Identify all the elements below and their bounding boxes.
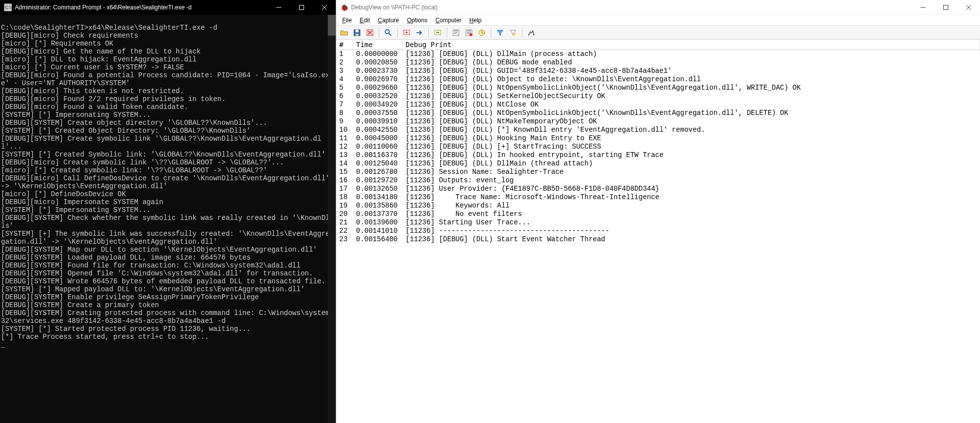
row-print: [11236] [DEBUG] (DLL) DllMain (process a… [403,50,980,58]
minimize-button[interactable] [267,0,290,15]
table-row[interactable]: 70.00034920[11236] [DEBUG] (DLL) NtClose… [336,101,980,109]
row-print: [11236] [DEBUG] (DLL) [+] StartTracing: … [403,143,980,151]
row-print: [11236] [DEBUG] (DLL) Start Event Watche… [403,235,980,244]
open-icon[interactable] [338,27,350,38]
find-icon[interactable] [382,27,394,38]
table-row[interactable]: 20.00020850[11236] [DEBUG] (DLL) DEBUG m… [336,58,980,67]
svg-point-16 [528,34,530,35]
row-time: 0.00116370 [353,151,403,159]
table-row[interactable]: 210.00139600[11236] Starting User Trace.… [336,218,980,227]
row-number: 23 [336,235,353,244]
row-print: [11236] Outputs: event_log [403,176,980,185]
table-row[interactable]: 140.00125040[11236] [DEBUG] (DLL) DllMai… [336,159,980,168]
table-row[interactable]: 40.00026970[11236] [DEBUG] (DLL) Object … [336,75,980,84]
row-number: 10 [336,126,353,134]
menu-computer[interactable]: Computer [431,16,465,25]
row-print: [11236] [DEBUG] (DLL) Object to delete: … [403,75,980,84]
row-number: 20 [336,210,353,218]
close-button[interactable] [313,0,336,15]
time-format-icon[interactable] [476,27,488,38]
row-time: 0.00126780 [353,168,403,176]
table-row[interactable]: 170.00132650[11236] User Provider: {F4E1… [336,185,980,193]
save-icon[interactable] [351,27,363,38]
table-row[interactable]: 90.00039910[11236] [DEBUG] (DLL) NtMakeT… [336,117,980,126]
table-row[interactable]: 60.00032520[11236] [DEBUG] (DLL) SetKern… [336,92,980,101]
row-number: 16 [336,176,353,185]
row-print: [11236] Trace Name: Microsoft-Windows-Th… [403,193,980,202]
row-number: 19 [336,202,353,210]
svg-point-13 [469,33,472,36]
highlight-icon[interactable] [507,27,519,38]
cmd-scrollbar[interactable] [328,15,336,423]
row-print: [11236] Session Name: Sealighter-Trace [403,168,980,176]
row-time: 0.00141010 [353,227,403,235]
table-row[interactable]: 220.00141010[11236] --------------------… [336,227,980,235]
toolbar-separator [397,28,398,38]
row-number: 6 [336,92,353,101]
row-number: 14 [336,159,353,168]
row-time: 0.00000000 [353,50,403,58]
menu-edit[interactable]: Edit [356,16,374,25]
col-header-print[interactable]: Debug Print [403,40,980,50]
table-row[interactable]: 10.00000000[11236] [DEBUG] (DLL) DllMain… [336,50,980,58]
history-icon[interactable] [525,27,537,38]
table-row[interactable]: 160.00129720[11236] Outputs: event_log [336,176,980,185]
menu-help[interactable]: Help [465,16,486,25]
dv-toolbar [336,26,980,40]
capture-win32-icon[interactable] [401,27,413,38]
row-time: 0.00037550 [353,109,403,117]
row-number: 7 [336,101,353,109]
row-print: [11236] [DEBUG] (DLL) SetKernelObjectSec… [403,92,980,101]
passthrough-icon[interactable] [413,27,425,38]
row-number: 12 [336,143,353,151]
close-button[interactable] [957,0,980,15]
autoscroll-icon[interactable] [450,27,462,38]
row-number: 21 [336,218,353,227]
row-time: 0.00039910 [353,117,403,126]
cmd-titlebar[interactable]: C:\ Administrator: Command Prompt - x64\… [0,0,336,15]
dv-list[interactable]: # Time Debug Print 10.00000000[11236] [D… [336,40,980,423]
table-row[interactable]: 120.00110060[11236] [DEBUG] (DLL) [+] St… [336,143,980,151]
dv-list-header[interactable]: # Time Debug Print [336,40,980,50]
cmd-title: Administrator: Command Prompt - x64\Rele… [15,4,267,11]
table-row[interactable]: 190.00135860[11236] Keywords: All [336,202,980,210]
row-time: 0.00137370 [353,210,403,218]
row-print: [11236] [DEBUG] (DLL) NtClose OK [403,101,980,109]
minimize-button[interactable] [912,0,934,15]
row-number: 18 [336,193,353,202]
maximize-button[interactable] [290,0,313,15]
svg-rect-1 [944,5,948,9]
cmd-output: C:\code\SealighterTI>x64\Release\Sealigh… [0,15,336,350]
maximize-button[interactable] [934,0,957,15]
table-row[interactable]: 110.00045000[11236] [DEBUG] (DLL) Hookin… [336,134,980,143]
table-row[interactable]: 230.00156400[11236] [DEBUG] (DLL) Start … [336,235,980,244]
capture-kernel-icon[interactable] [432,27,444,38]
table-row[interactable]: 200.00137370[11236] No event filters [336,210,980,218]
table-row[interactable]: 100.00042550[11236] [DEBUG] (DLL) [*] Kn… [336,126,980,134]
clear-icon[interactable] [364,27,376,38]
menu-capture[interactable]: Capture [374,16,403,25]
table-row[interactable]: 150.00126780[11236] Session Name: Sealig… [336,168,980,176]
dv-titlebar[interactable]: 🐞 DebugView on \\PATH-PC (local) [336,0,980,15]
table-row[interactable]: 180.00134180[11236] Trace Name: Microsof… [336,193,980,202]
row-time: 0.00132650 [353,185,403,193]
row-time: 0.00029660 [353,84,403,92]
row-number: 4 [336,75,353,84]
table-row[interactable]: 50.00029660[11236] [DEBUG] (DLL) NtOpenS… [336,84,980,92]
filter-icon[interactable] [494,27,506,38]
col-header-number[interactable]: # [336,40,353,50]
dv-rows: 10.00000000[11236] [DEBUG] (DLL) DllMain… [336,50,980,244]
toolbar-separator [447,28,447,38]
table-row[interactable]: 80.00037550[11236] [DEBUG] (DLL) NtOpenS… [336,109,980,117]
cmd-body[interactable]: C:\code\SealighterTI>x64\Release\Sealigh… [0,15,336,423]
table-row[interactable]: 130.00116370[11236] [DEBUG] (DLL) In hoo… [336,151,980,159]
toolbar-separator [428,28,429,38]
clear-display-icon[interactable] [463,27,475,38]
table-row[interactable]: 30.00023730[11236] [DEBUG] (DLL) GUID='4… [336,67,980,75]
row-number: 22 [336,227,353,235]
cmd-scroll-thumb[interactable] [328,15,336,36]
debugview-window: 🐞 DebugView on \\PATH-PC (local) File Ed… [336,0,980,423]
menu-options[interactable]: Options [403,16,431,25]
col-header-time[interactable]: Time [353,40,403,50]
menu-file[interactable]: File [338,16,356,25]
